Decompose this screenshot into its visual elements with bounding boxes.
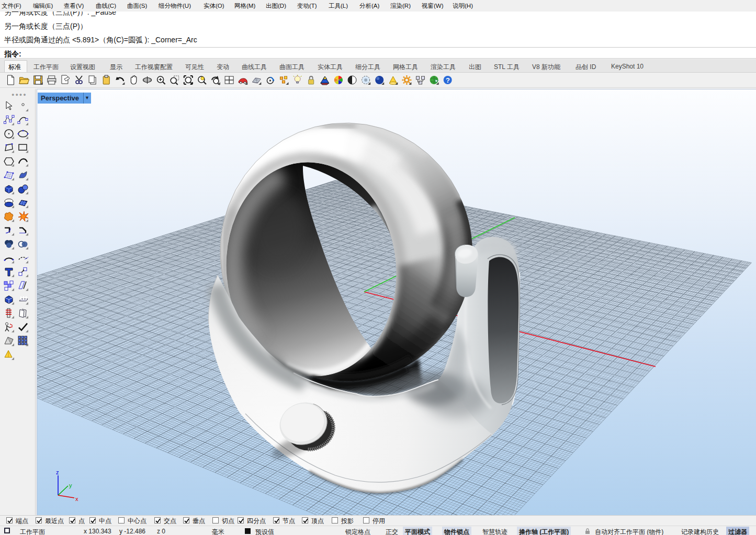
svg-text:x: x (75, 496, 78, 502)
svg-text:?: ? (446, 76, 450, 84)
svg-text:z: z (56, 469, 59, 475)
svg-text:y: y (69, 482, 72, 488)
